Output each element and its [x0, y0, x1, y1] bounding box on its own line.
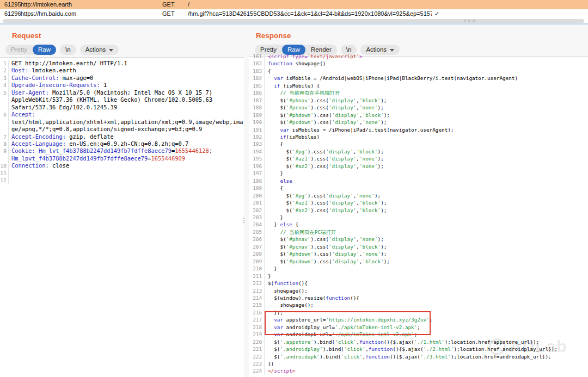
line-number: 201	[249, 199, 265, 206]
newline-toggle-button[interactable]: \n	[60, 45, 76, 55]
request-title: Request	[12, 32, 41, 40]
code-text: $('#phdown').css('display','block');	[265, 112, 390, 119]
code-line: AppleWebKit/537.36 (KHTML, like Gecko) C…	[0, 96, 244, 103]
line-number: 5	[0, 89, 9, 96]
code-text: Safari/537.36 Edg/102.0.1245.39	[9, 104, 117, 111]
code-text: Accept:	[9, 111, 35, 118]
history-cell-host: https://hm.baidu.com	[21, 9, 76, 18]
code-line: 10Connection: close	[0, 162, 244, 169]
code-line: 213 showpage();	[249, 287, 588, 294]
code-text: AppleWebKit/537.36 (KHTML, like Gecko) C…	[9, 96, 212, 103]
history-row[interactable]: 61296https://hm.baidu.comGET/hm.gif?hca=…	[0, 9, 588, 18]
horizontal-scrollbar[interactable]	[3, 19, 584, 23]
line-number: 191	[249, 126, 265, 133]
code-line: 202 $('#az2').css('display','block');	[249, 207, 588, 214]
code-line: 189 $('#phdown').css('display','block');	[249, 112, 588, 119]
history-cell-method: GET	[162, 0, 175, 9]
code-text: {	[265, 140, 283, 147]
line-number: 200	[249, 192, 265, 199]
code-text: }	[265, 170, 283, 177]
code-text: if (isMobile) {	[265, 82, 320, 89]
code-line: 217 var appstore_url='https://imtoken.dq…	[249, 316, 588, 323]
code-text: $('#az1').css('display','none');	[265, 155, 384, 162]
line-number: 213	[249, 287, 265, 294]
line-number: 9	[0, 147, 9, 154]
line-number: 207	[249, 243, 265, 250]
line-number: 10	[0, 162, 9, 169]
code-text: showpage();	[265, 301, 314, 308]
code-line: 206 $('#phnav').css('display','none');	[249, 236, 588, 243]
line-number: 217	[249, 316, 265, 323]
line-number	[0, 96, 9, 103]
code-text: })	[265, 360, 274, 367]
code-line: 5User-Agent: Mozilla/5.0 (Macintosh; Int…	[0, 89, 244, 96]
line-number	[0, 104, 9, 111]
code-line: 6Accept:	[0, 111, 244, 118]
line-number: 202	[249, 207, 265, 214]
code-text: Hm_lpvt_f4b3788b2247dd149fb7fdffe8aece79…	[9, 155, 185, 162]
code-text: showpage();	[265, 287, 308, 294]
pretty-button[interactable]: Pretty	[5, 45, 33, 55]
code-line: 200 $('#pg').css('display','none');	[249, 192, 588, 199]
code-text: ge/apng,*/*;q=0.8,application/signed-exc…	[9, 126, 202, 133]
code-line: 224</script>	[249, 367, 588, 374]
line-number: 187	[249, 97, 265, 104]
code-line: ge/apng,*/*;q=0.8,application/signed-exc…	[0, 126, 244, 133]
code-line: 183{	[249, 67, 588, 75]
code-line: 219 var androidapk_url='./apk/imToken-in…	[249, 331, 588, 338]
code-text: $('#phnav').css('display','block');	[265, 97, 387, 104]
code-text: var androidplay_url='./apk/imToken-intl-…	[265, 324, 420, 331]
code-line: 184 var isMobile = /Android|webOS|iPhone…	[249, 75, 588, 82]
history-cell-check: ✓	[434, 9, 439, 18]
actions-button[interactable]: Actions	[80, 45, 119, 55]
history-row[interactable]: 61295http://lmtoken.earthGET/	[0, 0, 588, 9]
code-text	[9, 170, 15, 177]
code-line: 194 $('#pg').css('display','block');	[249, 148, 588, 155]
code-text: Connection: close	[9, 162, 69, 169]
code-text: // 当前网页在PC端打开	[265, 228, 336, 236]
code-line: 2Host: lmtoken.earth	[0, 67, 244, 74]
code-text: $('#az1').css('display','block');	[265, 199, 387, 206]
table-splitter-grip[interactable]	[464, 20, 475, 22]
code-line: 214 $(window).resize(function(){	[249, 294, 588, 301]
code-line: 9Cookie: Hm_lvt_f4b3788b2247dd149fb7fdff…	[0, 147, 244, 154]
line-number	[0, 155, 9, 162]
line-number: 6	[0, 111, 9, 118]
code-line: 182function showpage()	[249, 60, 588, 67]
code-text: Cache-Control: max-age=0	[9, 75, 93, 82]
line-number: 8	[0, 140, 9, 147]
code-line: 220 $('.appstore').bind('click',function…	[249, 338, 588, 345]
code-line: 211}	[249, 273, 588, 280]
code-text: var isMobiles = /iPhone|iPad/i.test(navi…	[265, 126, 454, 133]
code-text: {	[265, 184, 283, 191]
code-text: Accept-Language: en-US,en;q=0.9,zh-CN;q=…	[9, 140, 188, 147]
panel-splitter-grip[interactable]	[243, 218, 244, 223]
chevron-down-icon	[109, 49, 113, 52]
raw-button[interactable]: Raw	[33, 45, 56, 55]
line-number: 184	[249, 75, 265, 82]
code-line: 212$(function(){	[249, 280, 588, 287]
code-line: 197 }	[249, 170, 588, 177]
code-text: $('#az2').css('display','none');	[265, 163, 384, 170]
request-editor[interactable]: 1GET http://lmtoken.earth/ HTTP/1.12Host…	[0, 57, 244, 377]
line-number: 218	[249, 324, 265, 331]
response-editor[interactable]: 181<script type='text/javascript'>182fun…	[249, 56, 588, 377]
code-line: 193 {	[249, 140, 588, 147]
code-text: });	[265, 309, 283, 316]
response-panel: Response Pretty Raw Render \n Actions 18…	[244, 24, 588, 377]
code-text: function showpage()	[265, 60, 326, 67]
code-line: 187 $('#phnav').css('display','block');	[249, 97, 588, 104]
code-line: 195 $('#az1').css('display','none');	[249, 155, 588, 162]
line-number: 4	[0, 82, 9, 89]
code-line: 192 if(isMobiles)	[249, 133, 588, 140]
code-text: $('.androidplay').bind('click',function(…	[265, 345, 558, 353]
code-text: var appstore_url='https://imtoken.dqpxhi…	[265, 316, 432, 323]
line-number: 12	[0, 177, 9, 184]
line-number: 215	[249, 301, 265, 308]
line-number: 197	[249, 170, 265, 177]
code-text: Upgrade-Insecure-Requests: 1	[9, 82, 107, 89]
line-number: 216	[249, 309, 265, 316]
line-number: 206	[249, 236, 265, 243]
code-line: 208 $('#phdown').css('display','none');	[249, 250, 588, 257]
code-text: text/html,application/xhtml+xml,applicat…	[9, 119, 243, 126]
